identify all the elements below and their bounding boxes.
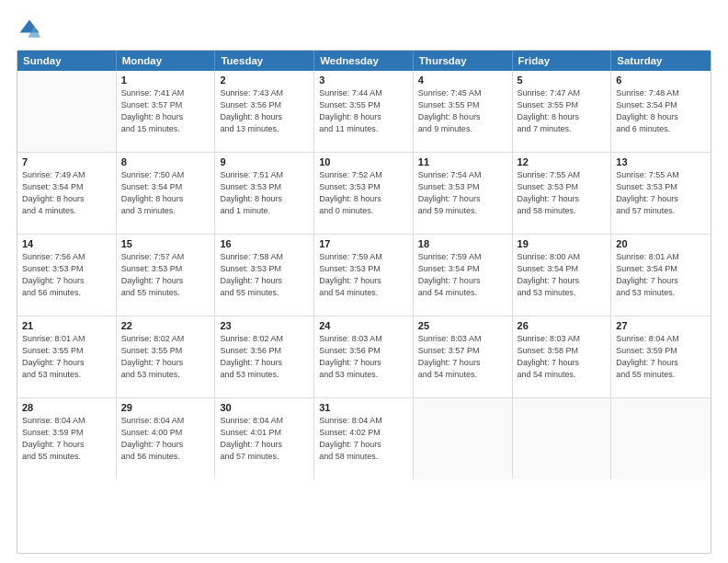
day-number: 13 — [616, 156, 706, 167]
day-number: 28 — [22, 402, 111, 413]
day-info: Sunrise: 8:04 AM Sunset: 4:02 PM Dayligh… — [319, 415, 408, 463]
day-info: Sunrise: 7:57 AM Sunset: 3:53 PM Dayligh… — [121, 251, 210, 299]
day-number: 3 — [319, 75, 408, 86]
day-number: 16 — [220, 238, 309, 249]
day-info: Sunrise: 8:02 AM Sunset: 3:55 PM Dayligh… — [121, 333, 210, 381]
calendar-cell: 14Sunrise: 7:56 AM Sunset: 3:53 PM Dayli… — [17, 235, 117, 316]
calendar-cell: 17Sunrise: 7:59 AM Sunset: 3:53 PM Dayli… — [314, 235, 414, 316]
day-number: 4 — [418, 75, 507, 86]
calendar-cell: 9Sunrise: 7:51 AM Sunset: 3:53 PM Daylig… — [215, 153, 314, 234]
calendar-cell: 13Sunrise: 7:55 AM Sunset: 3:53 PM Dayli… — [611, 153, 711, 234]
calendar-cell: 16Sunrise: 7:58 AM Sunset: 3:53 PM Dayli… — [215, 235, 314, 316]
calendar-cell: 5Sunrise: 7:47 AM Sunset: 3:55 PM Daylig… — [513, 71, 612, 152]
day-number: 1 — [121, 75, 210, 86]
calendar-cell: 12Sunrise: 7:55 AM Sunset: 3:53 PM Dayli… — [513, 153, 612, 234]
calendar-header-day: Wednesday — [314, 51, 414, 71]
day-info: Sunrise: 7:44 AM Sunset: 3:55 PM Dayligh… — [319, 87, 408, 135]
day-info: Sunrise: 7:50 AM Sunset: 3:54 PM Dayligh… — [121, 169, 210, 217]
day-number: 25 — [418, 320, 507, 331]
day-info: Sunrise: 8:01 AM Sunset: 3:54 PM Dayligh… — [616, 251, 706, 299]
calendar-cell: 15Sunrise: 7:57 AM Sunset: 3:53 PM Dayli… — [117, 235, 216, 316]
calendar-cell: 26Sunrise: 8:03 AM Sunset: 3:58 PM Dayli… — [513, 316, 612, 397]
day-number: 22 — [121, 320, 210, 331]
day-number: 20 — [616, 238, 706, 249]
calendar-cell: 28Sunrise: 8:04 AM Sunset: 3:59 PM Dayli… — [17, 398, 117, 479]
calendar-row: 21Sunrise: 8:01 AM Sunset: 3:55 PM Dayli… — [17, 316, 711, 398]
calendar-header-day: Thursday — [414, 51, 513, 71]
day-info: Sunrise: 8:03 AM Sunset: 3:58 PM Dayligh… — [518, 333, 607, 381]
calendar-header: SundayMondayTuesdayWednesdayThursdayFrid… — [17, 51, 711, 71]
calendar-cell: 2Sunrise: 7:43 AM Sunset: 3:56 PM Daylig… — [215, 71, 314, 152]
day-info: Sunrise: 7:52 AM Sunset: 3:53 PM Dayligh… — [319, 169, 408, 217]
calendar-header-day: Monday — [117, 51, 216, 71]
day-info: Sunrise: 7:55 AM Sunset: 3:53 PM Dayligh… — [616, 169, 706, 217]
calendar: SundayMondayTuesdayWednesdayThursdayFrid… — [17, 50, 711, 554]
calendar-cell: 6Sunrise: 7:48 AM Sunset: 3:54 PM Daylig… — [611, 71, 711, 152]
calendar-header-day: Saturday — [611, 51, 711, 71]
day-number: 24 — [319, 320, 408, 331]
calendar-cell: 1Sunrise: 7:41 AM Sunset: 3:57 PM Daylig… — [117, 71, 216, 152]
day-info: Sunrise: 7:58 AM Sunset: 3:53 PM Dayligh… — [220, 251, 309, 299]
day-number: 2 — [220, 75, 309, 86]
calendar-row: 28Sunrise: 8:04 AM Sunset: 3:59 PM Dayli… — [17, 398, 711, 479]
day-number: 21 — [22, 320, 111, 331]
day-info: Sunrise: 8:03 AM Sunset: 3:57 PM Dayligh… — [418, 333, 507, 381]
calendar-cell: 20Sunrise: 8:01 AM Sunset: 3:54 PM Dayli… — [611, 235, 711, 316]
day-number: 11 — [418, 156, 507, 167]
day-info: Sunrise: 8:02 AM Sunset: 3:56 PM Dayligh… — [220, 333, 309, 381]
day-info: Sunrise: 7:54 AM Sunset: 3:53 PM Dayligh… — [418, 169, 507, 217]
calendar-cell: 8Sunrise: 7:50 AM Sunset: 3:54 PM Daylig… — [117, 153, 216, 234]
calendar-cell: 21Sunrise: 8:01 AM Sunset: 3:55 PM Dayli… — [17, 316, 117, 397]
day-info: Sunrise: 7:47 AM Sunset: 3:55 PM Dayligh… — [518, 87, 607, 135]
calendar-header-day: Sunday — [17, 51, 117, 71]
day-number: 15 — [121, 238, 210, 249]
day-info: Sunrise: 7:49 AM Sunset: 3:54 PM Dayligh… — [22, 169, 111, 217]
calendar-cell — [17, 71, 117, 152]
calendar-cell: 27Sunrise: 8:04 AM Sunset: 3:59 PM Dayli… — [611, 316, 711, 397]
day-info: Sunrise: 8:04 AM Sunset: 3:59 PM Dayligh… — [22, 415, 111, 463]
calendar-row: 7Sunrise: 7:49 AM Sunset: 3:54 PM Daylig… — [17, 153, 711, 235]
day-number: 17 — [319, 238, 408, 249]
calendar-row: 1Sunrise: 7:41 AM Sunset: 3:57 PM Daylig… — [17, 71, 711, 153]
day-info: Sunrise: 7:45 AM Sunset: 3:55 PM Dayligh… — [418, 87, 507, 135]
day-number: 27 — [616, 320, 706, 331]
calendar-row: 14Sunrise: 7:56 AM Sunset: 3:53 PM Dayli… — [17, 235, 711, 316]
calendar-cell: 30Sunrise: 8:04 AM Sunset: 4:01 PM Dayli… — [215, 398, 314, 479]
day-info: Sunrise: 8:03 AM Sunset: 3:56 PM Dayligh… — [319, 333, 408, 381]
calendar-cell: 31Sunrise: 8:04 AM Sunset: 4:02 PM Dayli… — [314, 398, 414, 479]
day-info: Sunrise: 7:48 AM Sunset: 3:54 PM Dayligh… — [616, 87, 706, 135]
day-number: 5 — [518, 75, 607, 86]
calendar-cell: 3Sunrise: 7:44 AM Sunset: 3:55 PM Daylig… — [314, 71, 414, 152]
day-number: 9 — [220, 156, 309, 167]
calendar-header-day: Friday — [513, 51, 612, 71]
day-number: 29 — [121, 402, 210, 413]
calendar-cell: 29Sunrise: 8:04 AM Sunset: 4:00 PM Dayli… — [117, 398, 216, 479]
calendar-cell: 4Sunrise: 7:45 AM Sunset: 3:55 PM Daylig… — [414, 71, 513, 152]
day-info: Sunrise: 7:59 AM Sunset: 3:54 PM Dayligh… — [418, 251, 507, 299]
day-info: Sunrise: 7:41 AM Sunset: 3:57 PM Dayligh… — [121, 87, 210, 135]
calendar-cell: 11Sunrise: 7:54 AM Sunset: 3:53 PM Dayli… — [414, 153, 513, 234]
day-info: Sunrise: 8:04 AM Sunset: 4:00 PM Dayligh… — [121, 415, 210, 463]
day-number: 10 — [319, 156, 408, 167]
calendar-cell — [414, 398, 513, 479]
header — [17, 17, 711, 42]
calendar-body: 1Sunrise: 7:41 AM Sunset: 3:57 PM Daylig… — [17, 71, 711, 479]
day-number: 26 — [518, 320, 607, 331]
day-number: 14 — [22, 238, 111, 249]
logo — [17, 17, 46, 42]
calendar-cell — [611, 398, 711, 479]
day-info: Sunrise: 7:55 AM Sunset: 3:53 PM Dayligh… — [518, 169, 607, 217]
day-info: Sunrise: 7:43 AM Sunset: 3:56 PM Dayligh… — [220, 87, 309, 135]
day-info: Sunrise: 8:04 AM Sunset: 3:59 PM Dayligh… — [616, 333, 706, 381]
calendar-cell: 22Sunrise: 8:02 AM Sunset: 3:55 PM Dayli… — [117, 316, 216, 397]
day-number: 31 — [319, 402, 408, 413]
day-info: Sunrise: 8:01 AM Sunset: 3:55 PM Dayligh… — [22, 333, 111, 381]
page: SundayMondayTuesdayWednesdayThursdayFrid… — [0, 0, 728, 563]
calendar-cell — [513, 398, 612, 479]
day-number: 30 — [220, 402, 309, 413]
calendar-cell: 18Sunrise: 7:59 AM Sunset: 3:54 PM Dayli… — [414, 235, 513, 316]
calendar-cell: 10Sunrise: 7:52 AM Sunset: 3:53 PM Dayli… — [314, 153, 414, 234]
day-number: 18 — [418, 238, 507, 249]
day-info: Sunrise: 7:51 AM Sunset: 3:53 PM Dayligh… — [220, 169, 309, 217]
calendar-cell: 7Sunrise: 7:49 AM Sunset: 3:54 PM Daylig… — [17, 153, 117, 234]
